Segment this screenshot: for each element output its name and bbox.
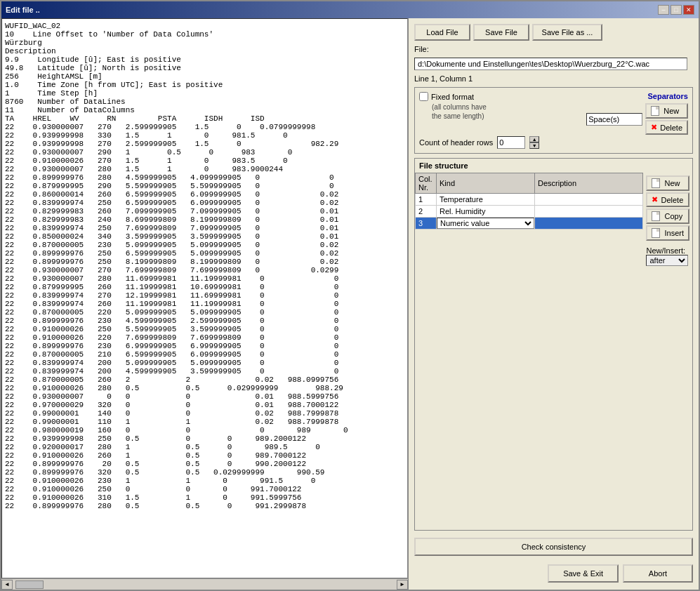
columns-note: (all columns havethe same length)	[432, 102, 487, 121]
abort-button[interactable]: Abort	[623, 564, 693, 583]
fixed-format-row: Fixed format	[419, 92, 487, 101]
load-file-button[interactable]: Load File	[414, 24, 470, 41]
new-separator-button[interactable]: New	[645, 103, 688, 119]
row1-nr: 1	[416, 194, 437, 206]
fs-table-area: Col.Nr. Kind Description 1 Temperature	[415, 173, 643, 530]
col-nr-header: Col.Nr.	[416, 173, 437, 194]
main-content: WUFID_WAC_02 10 Line Offset to 'Number o…	[1, 18, 699, 590]
new-insert-label: New/Insert:	[646, 246, 689, 255]
fs-copy-button[interactable]: Copy	[646, 208, 689, 224]
format-options: Fixed format (all columns havethe same l…	[419, 92, 487, 121]
fs-delete-button[interactable]: ✖ Delete	[646, 192, 689, 207]
scroll-right-button[interactable]: ►	[397, 580, 408, 590]
left-panel: WUFID_WAC_02 10 Line Offset to 'Number o…	[1, 18, 409, 590]
horizontal-scrollbar[interactable]: ◄ ►	[1, 578, 408, 590]
header-row-area: Count of header rows ▲ ▼	[419, 136, 688, 149]
file-row: File:	[414, 45, 693, 53]
title-bar: Edit file .. – □ ✕	[1, 1, 699, 18]
fs-table-wrapper[interactable]: Col.Nr. Kind Description 1 Temperature	[415, 173, 643, 230]
table-row: 2 Rel. Humidity	[416, 206, 643, 218]
separator-controls: Separators New ✖ Delete	[586, 92, 688, 135]
row1-description	[535, 194, 643, 206]
file-structure-content: Col.Nr. Kind Description 1 Temperature	[415, 173, 692, 530]
file-path-input[interactable]	[414, 58, 687, 70]
title-bar-controls: – □ ✕	[658, 5, 694, 15]
row3-description	[535, 218, 643, 230]
file-structure-box: File structure Col.Nr. Kind Description	[414, 158, 693, 531]
text-editor[interactable]: WUFID_WAC_02 10 Line Offset to 'Number o…	[1, 18, 408, 578]
new-insert-area: New/Insert: after before	[646, 246, 689, 266]
check-consistency-button[interactable]: Check consistency	[414, 538, 693, 556]
fs-insert-icon	[652, 228, 660, 238]
fs-insert-button[interactable]: Insert	[646, 225, 689, 241]
new-separator-icon	[651, 106, 659, 116]
fs-new-button[interactable]: New	[646, 175, 689, 191]
close-button[interactable]: ✕	[683, 5, 694, 15]
top-button-row: Load File Save File Save File as ...	[414, 24, 693, 41]
spinner-buttons: ▲ ▼	[529, 136, 539, 149]
new-insert-select[interactable]: after before	[646, 255, 688, 266]
scroll-left-button[interactable]: ◄	[1, 580, 13, 590]
spinner-down-button[interactable]: ▼	[529, 142, 539, 149]
header-count-label: Count of header rows	[419, 138, 493, 147]
fs-copy-icon	[652, 211, 660, 221]
separators-box: Fixed format (all columns havethe same l…	[414, 87, 693, 154]
save-file-button[interactable]: Save File	[473, 24, 529, 41]
fixed-format-checkbox[interactable]	[419, 92, 428, 101]
kind-dropdown[interactable]: Numeric value Temperature Rel. Humidity …	[437, 218, 534, 229]
separators-link[interactable]: Separators	[648, 92, 688, 100]
separator-input-row: New ✖ Delete	[586, 103, 688, 135]
main-window: Edit file .. – □ ✕ WUFID_WAC_02 10 Line …	[0, 0, 700, 591]
save-file-as-button[interactable]: Save File as ...	[532, 24, 602, 41]
kind-header: Kind	[437, 173, 535, 194]
fs-new-icon	[652, 178, 660, 188]
scrollbar-track	[13, 580, 397, 590]
row2-description	[535, 206, 643, 218]
save-exit-button[interactable]: Save & Exit	[548, 564, 619, 583]
spinner-up-button[interactable]: ▲	[529, 136, 539, 142]
row1-kind: Temperature	[437, 194, 535, 206]
text-area-container: WUFID_WAC_02 10 Line Offset to 'Number o…	[1, 18, 408, 578]
window-title: Edit file ..	[6, 6, 40, 14]
fs-side-buttons: New ✖ Delete Copy Insert	[643, 173, 692, 530]
right-panel: Load File Save File Save File as ... Fil…	[409, 18, 699, 590]
row3-nr: 3	[416, 218, 437, 230]
fs-delete-icon: ✖	[652, 195, 658, 204]
row3-kind-cell: Numeric value Temperature Rel. Humidity …	[437, 218, 535, 230]
file-label: File:	[414, 45, 429, 53]
kind-dropdown-container: Numeric value Temperature Rel. Humidity …	[437, 218, 534, 229]
new-delete-btns: New ✖ Delete	[645, 103, 688, 135]
position-info: Line 1, Column 1	[414, 74, 693, 83]
delete-separator-button[interactable]: ✖ Delete	[645, 120, 688, 135]
bottom-buttons: Save & Exit Abort	[414, 560, 693, 584]
header-count-input[interactable]	[497, 136, 525, 149]
separator-input[interactable]	[586, 113, 642, 126]
table-row: 1 Temperature	[416, 194, 643, 206]
row2-nr: 2	[416, 206, 437, 218]
fixed-format-label: Fixed format	[431, 93, 474, 101]
description-header: Description	[535, 173, 643, 194]
file-path-field	[414, 58, 693, 70]
minimize-button[interactable]: –	[658, 5, 669, 15]
maximize-button[interactable]: □	[671, 5, 682, 15]
file-structure-table: Col.Nr. Kind Description 1 Temperature	[415, 173, 643, 230]
file-structure-title: File structure	[415, 159, 692, 173]
scrollbar-thumb[interactable]	[15, 580, 44, 589]
row2-kind: Rel. Humidity	[437, 206, 535, 218]
delete-separator-icon: ✖	[651, 123, 657, 132]
table-row-selected[interactable]: 3 Numeric value Temperature Rel. Humidit…	[416, 218, 643, 230]
